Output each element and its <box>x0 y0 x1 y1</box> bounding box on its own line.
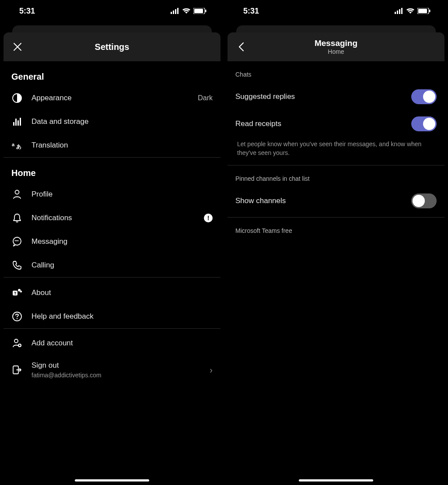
row-show-channels[interactable]: Show channels <box>228 187 444 214</box>
row-read-receipts[interactable]: Read receipts <box>228 110 444 137</box>
home-indicator <box>299 479 373 481</box>
chat-icon <box>12 237 22 246</box>
translation-icon: aあ <box>12 141 22 149</box>
messaging-nav-header: Messaging Home <box>228 32 444 61</box>
settings-content: General Appearance Dark Data and storage… <box>4 61 220 485</box>
section-header-home: Home <box>4 158 220 183</box>
svg-rect-0 <box>171 12 172 14</box>
svg-rect-31 <box>429 10 430 12</box>
row-about[interactable]: T About <box>4 281 220 305</box>
help-icon <box>12 312 22 321</box>
svg-text:T: T <box>14 291 17 295</box>
sign-out-email: fatima@addictivetips.com <box>32 372 201 379</box>
sheet-background <box>224 22 448 32</box>
svg-rect-3 <box>177 8 178 14</box>
messaging-title: Messaging <box>235 39 437 48</box>
row-label: Profile <box>32 190 213 199</box>
svg-text:a: a <box>12 142 15 147</box>
appearance-icon <box>12 93 22 103</box>
svg-rect-30 <box>418 9 427 13</box>
read-receipts-helper: Let people know when you've seen their m… <box>228 137 444 165</box>
svg-rect-25 <box>395 12 396 14</box>
svg-rect-26 <box>397 11 398 14</box>
cellular-icon <box>395 8 403 14</box>
svg-rect-28 <box>401 8 402 14</box>
svg-rect-11 <box>20 118 21 126</box>
row-label: Appearance <box>32 94 189 102</box>
toggle-suggested-replies[interactable] <box>411 89 437 104</box>
settings-screen: 5:31 Settings General Appearance Dark Da… <box>0 0 224 485</box>
battery-icon <box>417 8 430 14</box>
settings-title: Settings <box>11 42 213 52</box>
row-label: Add account <box>32 339 213 348</box>
back-button[interactable] <box>233 38 250 56</box>
wifi-icon <box>406 8 415 14</box>
svg-point-21 <box>17 318 18 319</box>
row-label: Sign out <box>32 361 201 370</box>
svg-point-15 <box>13 237 21 245</box>
data-storage-icon <box>12 117 22 127</box>
status-icons <box>395 8 430 14</box>
messaging-settings-screen: 5:31 Messaging Home Chats Suggested repl… <box>224 0 448 485</box>
row-help[interactable]: Help and feedback <box>4 305 220 328</box>
svg-rect-5 <box>194 9 203 13</box>
svg-rect-9 <box>15 119 17 126</box>
row-label: Translation <box>32 141 213 150</box>
row-label: About <box>32 288 213 297</box>
chevron-left-icon <box>238 42 245 52</box>
chevron-right-icon: › <box>210 365 213 375</box>
toggle-show-channels[interactable] <box>411 193 437 208</box>
svg-rect-8 <box>13 122 14 126</box>
row-calling[interactable]: Calling <box>4 253 220 277</box>
sign-out-icon <box>12 365 22 375</box>
phone-icon <box>12 260 22 270</box>
row-suggested-replies[interactable]: Suggested replies <box>228 83 444 110</box>
row-label: Help and feedback <box>32 312 213 321</box>
alert-badge-icon: ! <box>204 214 213 222</box>
messaging-content: Chats Suggested replies Read receipts Le… <box>228 61 444 485</box>
svg-rect-2 <box>175 9 176 14</box>
cellular-icon <box>171 8 179 14</box>
row-label: Read receipts <box>235 119 402 128</box>
appearance-value: Dark <box>198 94 213 102</box>
add-account-icon <box>12 338 22 348</box>
row-sign-out[interactable]: Sign out fatima@addictivetips.com › <box>4 355 220 385</box>
row-label: Notifications <box>32 214 195 222</box>
row-label: Suggested replies <box>235 92 402 101</box>
svg-point-19 <box>20 291 22 292</box>
close-icon <box>13 42 22 52</box>
row-label: Show channels <box>235 197 402 205</box>
close-button[interactable] <box>9 38 26 56</box>
row-notifications[interactable]: Notifications ! <box>4 206 220 230</box>
home-indicator <box>75 479 149 481</box>
svg-rect-27 <box>399 9 400 14</box>
row-label: Calling <box>32 261 213 270</box>
section-header-general: General <box>4 61 220 86</box>
divider <box>4 277 220 278</box>
status-time: 5:31 <box>19 7 35 16</box>
messaging-subtitle: Home <box>235 48 437 55</box>
settings-nav-header: Settings <box>4 32 220 61</box>
svg-point-22 <box>14 339 18 343</box>
section-header-teams-free: Microsoft Teams free <box>228 218 444 239</box>
row-profile[interactable]: Profile <box>4 183 220 206</box>
section-header-chats: Chats <box>228 61 444 83</box>
svg-point-14 <box>15 190 19 194</box>
status-bar: 5:31 <box>0 0 224 22</box>
sheet-background <box>0 22 224 32</box>
status-bar: 5:31 <box>224 0 448 22</box>
battery-icon <box>193 8 206 14</box>
row-data-storage[interactable]: Data and storage <box>4 110 220 134</box>
status-time: 5:31 <box>243 7 259 16</box>
svg-text:あ: あ <box>16 144 21 149</box>
row-add-account[interactable]: Add account <box>4 331 220 355</box>
status-icons <box>171 8 206 14</box>
row-translation[interactable]: aあ Translation <box>4 134 220 157</box>
row-appearance[interactable]: Appearance Dark <box>4 86 220 110</box>
divider <box>4 328 220 329</box>
svg-rect-1 <box>173 11 174 14</box>
row-messaging[interactable]: Messaging <box>4 230 220 253</box>
row-label: Data and storage <box>32 117 213 126</box>
toggle-read-receipts[interactable] <box>411 116 437 131</box>
svg-rect-10 <box>18 120 19 126</box>
